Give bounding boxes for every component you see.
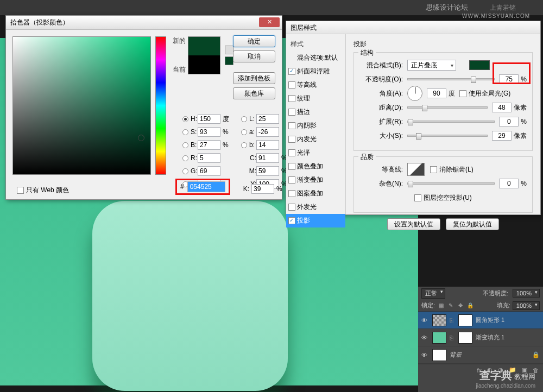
web-only-label: 只有 Web 颜色: [26, 186, 69, 195]
h-input[interactable]: [198, 114, 220, 124]
layer-name-2[interactable]: 渐变填充 1: [476, 333, 504, 342]
visibility-icon[interactable]: 👁: [421, 352, 429, 358]
style-item-inner-shadow[interactable]: 内阴影: [286, 119, 345, 132]
cube-icon[interactable]: [225, 46, 233, 54]
size-slider[interactable]: [407, 135, 488, 137]
style-item-satin[interactable]: 光泽: [286, 146, 345, 160]
spread-value[interactable]: 0: [499, 117, 519, 127]
layer-blend-dropdown[interactable]: 正常: [421, 288, 445, 299]
global-light-checkbox[interactable]: [459, 90, 466, 97]
new-color-swatch: [188, 37, 220, 55]
color-library-button[interactable]: 颜色库: [233, 87, 275, 99]
g-input[interactable]: [198, 166, 220, 176]
section-title: 投影: [353, 40, 533, 52]
style-item-texture[interactable]: 纹理: [286, 92, 345, 105]
angle-label: 角度(A):: [359, 89, 403, 98]
reset-default-button[interactable]: 复位为默认值: [446, 218, 499, 230]
color-field-marker[interactable]: [138, 135, 144, 141]
layer-mask-thumb: [458, 314, 472, 326]
lock-brush-icon[interactable]: ✎: [447, 302, 454, 309]
style-item-outer-glow[interactable]: 外发光: [286, 200, 345, 214]
style-item-bevel[interactable]: 斜面和浮雕: [286, 65, 345, 78]
layer-row-3[interactable]: 👁 背景 🔒: [418, 346, 543, 364]
color-preview-swatch: [188, 36, 220, 74]
ok-button[interactable]: 确定: [233, 35, 275, 47]
spread-label: 扩展(R):: [359, 117, 403, 127]
blend-options-item[interactable]: 混合选项:默认: [286, 51, 345, 65]
opacity-slider[interactable]: [407, 78, 495, 80]
shadow-color-swatch[interactable]: [469, 60, 490, 70]
h-radio[interactable]: H:: [182, 115, 198, 123]
size-value[interactable]: 29: [492, 131, 512, 141]
visibility-icon[interactable]: 👁: [421, 334, 429, 341]
watermark: 查字典教程网 jiaocheng.chazidian.com: [476, 368, 535, 389]
size-label: 大小(S):: [359, 131, 403, 141]
s-radio[interactable]: S:: [182, 128, 198, 136]
mini-swatch-icon[interactable]: [225, 56, 233, 65]
style-item-color-overlay[interactable]: 颜色叠加: [286, 160, 345, 173]
style-list: 样式 混合选项:默认 斜面和浮雕 等高线 纹理 描边 内阴影 内发光 光泽 颜色…: [286, 34, 346, 214]
structure-legend: 结构: [358, 48, 376, 58]
c-input[interactable]: [256, 153, 279, 163]
style-item-gradient-overlay[interactable]: 渐变叠加: [286, 173, 345, 187]
b2-radio[interactable]: b:: [241, 141, 256, 149]
m-label: M:: [241, 167, 256, 175]
l-input[interactable]: [256, 114, 279, 124]
set-default-button[interactable]: 设置为默认值: [387, 218, 440, 230]
color-field[interactable]: [12, 36, 151, 175]
l-radio[interactable]: L:: [241, 115, 256, 123]
noise-value[interactable]: 0: [499, 179, 519, 188]
distance-label: 距离(D):: [359, 103, 403, 112]
visibility-icon[interactable]: 👁: [421, 317, 429, 324]
lock-all-icon[interactable]: 🔒: [466, 302, 474, 309]
hue-slider[interactable]: [155, 36, 166, 175]
b2-input[interactable]: [256, 140, 279, 150]
distance-value[interactable]: 48: [492, 103, 512, 112]
layer-name-1[interactable]: 圆角矩形 1: [476, 316, 504, 324]
knockout-checkbox[interactable]: [414, 194, 421, 201]
antialias-label: 消除锯齿(L): [439, 165, 473, 174]
quality-legend: 品质: [358, 153, 376, 162]
fill-value[interactable]: 100%: [513, 301, 540, 310]
r-input[interactable]: [198, 153, 220, 163]
b-input[interactable]: [198, 140, 220, 150]
b-radio[interactable]: B:: [182, 141, 198, 149]
style-item-pattern-overlay[interactable]: 图案叠加: [286, 187, 345, 200]
m-input[interactable]: [256, 166, 279, 176]
close-button[interactable]: ✕: [259, 17, 280, 27]
quality-fieldset: 品质 等高线: 消除锯齿(L) 杂色(N): 0 % 图层挖空投影(U): [353, 156, 533, 213]
hash-label: #: [180, 183, 184, 191]
lock-pixels-icon[interactable]: ▦: [437, 302, 445, 309]
noise-label: 杂色(N):: [359, 179, 403, 188]
style-item-drop-shadow[interactable]: 投影: [286, 214, 345, 227]
add-swatch-button[interactable]: 添加到色板: [233, 72, 275, 84]
layer-row-1[interactable]: 👁 ⎘ 圆角矩形 1: [418, 312, 543, 329]
style-item-contour[interactable]: 等高线: [286, 78, 345, 92]
blend-mode-label: 混合模式(B):: [359, 61, 403, 70]
antialias-checkbox[interactable]: [430, 166, 437, 173]
a-input[interactable]: [256, 127, 279, 137]
s-input[interactable]: [198, 127, 220, 137]
contour-picker[interactable]: [407, 163, 425, 176]
layer-name-3[interactable]: 背景: [450, 351, 462, 359]
spread-slider[interactable]: [407, 121, 495, 123]
k-input[interactable]: [251, 184, 274, 194]
opacity-value[interactable]: 75: [499, 74, 519, 84]
style-item-stroke[interactable]: 描边: [286, 105, 345, 119]
style-item-inner-glow[interactable]: 内发光: [286, 132, 345, 146]
distance-slider[interactable]: [407, 106, 488, 109]
structure-fieldset: 结构 混合模式(B): 正片叠底 不透明度(O): 75 % 角度(A): 90…: [353, 52, 533, 151]
g-label: G:: [182, 167, 198, 175]
layer-row-2[interactable]: 👁 ⎘ 渐变填充 1: [418, 329, 543, 346]
blend-mode-dropdown[interactable]: 正片叠底: [407, 60, 456, 71]
layer-opacity-value[interactable]: 100%: [513, 289, 540, 298]
a-radio[interactable]: a:: [241, 128, 256, 136]
hex-input[interactable]: [187, 181, 225, 192]
cancel-button[interactable]: 取消: [233, 50, 275, 62]
noise-slider[interactable]: [407, 182, 495, 185]
lock-label: 锁定:: [421, 301, 435, 309]
lock-move-icon[interactable]: ✥: [457, 302, 464, 309]
angle-value[interactable]: 90: [427, 88, 446, 98]
web-only-checkbox[interactable]: [17, 187, 24, 194]
angle-wheel[interactable]: [407, 86, 422, 101]
